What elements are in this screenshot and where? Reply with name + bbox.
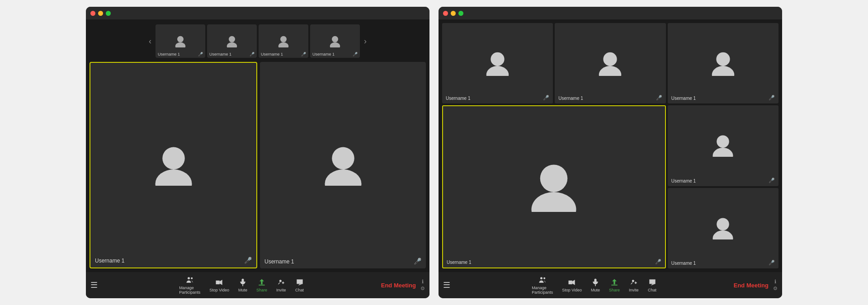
manage-participants-icon-2 (538, 276, 547, 285)
avatar-icon-rm (712, 134, 734, 157)
stop-video-button[interactable]: Stop Video (209, 278, 229, 292)
settings-icon-2[interactable]: ⚙ (773, 286, 778, 291)
svg-point-3 (227, 42, 237, 47)
manage-participants-label-2: ManageParticipants (532, 286, 553, 295)
invite-button-2[interactable]: Invite (629, 278, 639, 292)
thumb-tile-2[interactable]: Username 1 🎤 (207, 24, 257, 58)
stop-video-label-2: Stop Video (562, 288, 582, 292)
share-icon-2 (610, 278, 619, 287)
gallery-tile-right-mid[interactable]: Username 1 🎤 (668, 105, 778, 186)
avatar-icon-g3 (711, 51, 736, 76)
invite-icon (277, 278, 286, 287)
gallery-username-rb: Username 1 (671, 261, 696, 266)
avatar-icon-main-1 (153, 145, 194, 186)
thumb-tile-1[interactable]: Username 1 🎤 (156, 24, 205, 58)
svg-point-11 (325, 169, 361, 186)
stop-video-button-2[interactable]: Stop Video (562, 278, 582, 292)
share-label-2: Share (609, 288, 620, 292)
chat-button[interactable]: Chat (295, 278, 304, 292)
mute-button[interactable]: Mute (238, 278, 247, 292)
maximize-button[interactable] (106, 11, 111, 16)
close-button-2[interactable] (443, 11, 448, 16)
toolbar-left-1: ☰ (90, 280, 102, 290)
thumb-username-4: Username 1 (312, 52, 335, 56)
svg-point-1 (175, 42, 185, 47)
mic-mute-main-1: 🎤 (244, 257, 252, 264)
svg-point-9 (155, 169, 192, 186)
toolbar-center-2: ManageParticipants Stop Video Mute Share… (455, 276, 734, 295)
avatar-icon-large (529, 162, 579, 212)
settings-icon[interactable]: ⚙ (420, 286, 425, 291)
main-video-area: Username 1 🎤 Username 1 🎤 (90, 62, 426, 268)
end-meeting-button[interactable]: End Meeting (381, 282, 416, 289)
main-username-1: Username 1 (95, 258, 124, 264)
gallery-tile-right-bot[interactable]: Username 1 🎤 (668, 188, 778, 268)
content-area-2: Username 1 🎤 Username 1 🎤 Username 1 🎤 U… (439, 19, 782, 272)
gallery-tile-top-1[interactable]: Username 1 🎤 (442, 23, 553, 103)
gallery-username-rm: Username 1 (671, 178, 696, 183)
avatar-icon-g1 (485, 51, 510, 76)
svg-point-33 (543, 277, 545, 279)
chat-label-2: Chat (648, 288, 656, 292)
main-tile-1[interactable]: Username 1 🎤 (90, 62, 257, 268)
toolbar-center-1: ManageParticipants Stop Video Mute Share… (102, 276, 381, 295)
mute-icon-2 (591, 278, 600, 287)
share-button-2[interactable]: Share (609, 278, 620, 292)
mic-mute-4: 🎤 (353, 52, 358, 56)
svg-point-23 (599, 66, 622, 76)
maximize-button-2[interactable] (458, 11, 463, 16)
svg-point-22 (604, 52, 617, 66)
content-area-1: ‹ Username 1 🎤 Username 1 🎤 (86, 19, 429, 272)
svg-point-13 (191, 277, 193, 279)
mic-mute-2: 🎤 (250, 52, 255, 56)
gallery-tile-top-3[interactable]: Username 1 🎤 (668, 23, 778, 103)
gallery-tile-top-2[interactable]: Username 1 🎤 (555, 23, 665, 103)
main-tile-2[interactable]: Username 1 🎤 (260, 62, 426, 268)
thumb-tile-3[interactable]: Username 1 🎤 (259, 24, 308, 58)
thumb-username-1: Username 1 (158, 52, 180, 56)
hamburger-menu[interactable]: ☰ (90, 280, 98, 290)
toolbar-1: ☰ ManageParticipants Stop Video Mute Sha… (86, 272, 429, 298)
chat-label: Chat (295, 288, 304, 292)
hamburger-menu-2[interactable]: ☰ (443, 280, 450, 290)
gallery-mic-rm: 🎤 (769, 178, 775, 183)
meeting-window-2: Username 1 🎤 Username 1 🎤 Username 1 🎤 U… (439, 7, 782, 298)
end-meeting-button-2[interactable]: End Meeting (734, 282, 769, 289)
gallery-mic-top-1: 🎤 (543, 95, 549, 101)
share-button[interactable]: Share (256, 278, 267, 292)
avatar (226, 35, 238, 47)
traffic-lights-2 (443, 11, 463, 16)
share-label: Share (256, 288, 267, 292)
invite-button[interactable]: Invite (276, 278, 286, 292)
minimize-button[interactable] (98, 11, 103, 16)
minimize-button-2[interactable] (451, 11, 456, 16)
gallery-mic-top-2: 🎤 (656, 95, 662, 101)
manage-participants-button-2[interactable]: ManageParticipants (532, 276, 553, 295)
gallery-mic-large: 🎤 (655, 259, 661, 265)
next-nav[interactable]: › (362, 37, 369, 46)
invite-icon-2 (629, 278, 638, 287)
info-icon[interactable]: ℹ (422, 279, 424, 285)
info-icon-2[interactable]: ℹ (774, 279, 776, 285)
thumb-tile-4[interactable]: Username 1 🎤 (310, 24, 360, 58)
gallery-area: Username 1 🎤 Username 1 🎤 Username 1 🎤 U… (442, 23, 778, 268)
gallery-mic-rb: 🎤 (769, 260, 775, 266)
invite-label: Invite (276, 288, 286, 292)
share-icon (257, 278, 266, 287)
svg-point-31 (713, 230, 733, 239)
svg-point-2 (229, 36, 235, 42)
svg-point-26 (540, 164, 568, 192)
chat-button-2[interactable]: Chat (648, 278, 657, 292)
gallery-username-large: Username 1 (447, 260, 471, 265)
mute-button-2[interactable]: Mute (591, 278, 600, 292)
manage-participants-button[interactable]: ManageParticipants (179, 276, 200, 295)
chat-icon (295, 278, 304, 287)
gallery-tile-large[interactable]: Username 1 🎤 (442, 105, 666, 268)
close-button[interactable] (90, 11, 95, 16)
toolbar-right-1: ℹ ⚙ (420, 279, 425, 291)
mic-mute-3: 🎤 (301, 52, 306, 56)
prev-nav[interactable]: ‹ (146, 37, 154, 46)
thumb-username-2: Username 1 (209, 52, 231, 56)
avatar (174, 35, 187, 47)
svg-point-37 (632, 280, 634, 282)
